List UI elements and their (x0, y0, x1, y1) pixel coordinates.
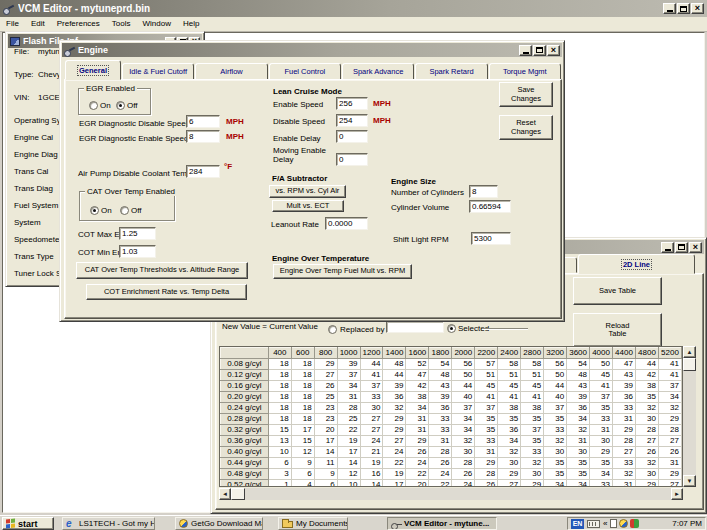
grid-cell[interactable]: 33 (475, 436, 498, 447)
grid-cell[interactable]: 35 (567, 458, 590, 469)
grid-cell[interactable]: 47 (613, 359, 636, 370)
grid-cell[interactable]: 16 (360, 469, 383, 480)
grid-cell[interactable]: 27 (314, 370, 337, 381)
grid-cell[interactable]: 29 (658, 469, 681, 480)
grid-cell[interactable]: 41 (498, 392, 521, 403)
grid-cell[interactable]: 25 (314, 392, 337, 403)
grid-row-header[interactable]: 0.52 g/cyl (221, 480, 269, 488)
cylinders-field[interactable]: 8 (469, 185, 498, 198)
reset-changes-button[interactable]: Reset Changes (499, 115, 553, 140)
grid-cell[interactable]: 29 (613, 425, 636, 436)
grid-cell[interactable]: 38 (521, 403, 544, 414)
grid-cell[interactable]: 9 (291, 458, 314, 469)
grid-cell[interactable]: 23 (314, 414, 337, 425)
menu-window[interactable]: Window (137, 17, 177, 31)
taskbar-task-getgo-download-ma[interactable]: GetGo Download Ma... (175, 517, 263, 530)
grid-cell[interactable]: 27 (360, 414, 383, 425)
start-button[interactable]: start (2, 517, 54, 530)
grid-row-header[interactable]: 0.24 g/cyl (221, 403, 269, 414)
grid-row-header[interactable]: 0.08 g/cyl (221, 359, 269, 370)
grid-cell[interactable]: 26 (475, 480, 498, 488)
grid-cell[interactable]: 32 (452, 436, 475, 447)
grid-cell[interactable]: 44 (635, 359, 658, 370)
grid-cell[interactable]: 31 (590, 425, 613, 436)
taskbar-task-ls1tech-got-my-h[interactable]: LS1TECH - Got my H... (62, 517, 155, 530)
cat-thresholds-button[interactable]: CAT Over Temp Thresholds vs. Altitude Ra… (76, 262, 248, 279)
grid-cell[interactable]: 34 (406, 403, 429, 414)
grid-cell[interactable]: 28 (337, 403, 360, 414)
minimize-icon[interactable] (519, 45, 532, 56)
grid-cell[interactable]: 35 (567, 469, 590, 480)
grid-cell[interactable]: 48 (429, 370, 452, 381)
grid-cell[interactable]: 14 (314, 447, 337, 458)
grid-cell[interactable]: 24 (406, 458, 429, 469)
engine-tab-torque-mgmt[interactable]: Torque Mgmt (489, 63, 561, 80)
grid-cell[interactable]: 32 (567, 425, 590, 436)
main-titlebar[interactable]: VCM Editor - mytuneprd.bin (0, 0, 707, 17)
grid-cell[interactable]: 36 (498, 425, 521, 436)
grid-cell[interactable]: 26 (452, 469, 475, 480)
grid-cell[interactable]: 32 (383, 403, 406, 414)
grid-cell[interactable]: 29 (498, 469, 521, 480)
grid-cell[interactable]: 39 (337, 359, 360, 370)
grid-cell[interactable]: 27 (383, 436, 406, 447)
scroll-down-icon[interactable] (683, 475, 696, 487)
chevron-icon[interactable] (603, 519, 607, 529)
grid-cell[interactable]: 56 (452, 359, 475, 370)
cot-min-field[interactable]: 1.03 (119, 245, 156, 258)
cylinder-volume-field[interactable]: 0.66594 (469, 200, 511, 213)
grid-cell[interactable]: 22 (429, 480, 452, 488)
cot-enrichment-rate-button[interactable]: COT Enrichment Rate vs. Temp Delta (86, 284, 247, 300)
grid-cell[interactable]: 33 (429, 414, 452, 425)
save-changes-button[interactable]: Save Changes (499, 82, 553, 107)
grid-cell[interactable]: 26 (314, 381, 337, 392)
grid-cell[interactable]: 35 (475, 414, 498, 425)
grid-cell[interactable]: 34 (544, 480, 567, 488)
grid-cell[interactable]: 26 (429, 458, 452, 469)
grid-cell[interactable]: 35 (521, 414, 544, 425)
disable-speed-field[interactable]: 254 (336, 114, 368, 127)
grid-col-header[interactable]: 1600 (406, 348, 429, 359)
grid-cell[interactable]: 35 (544, 414, 567, 425)
grid-cell[interactable]: 37 (337, 370, 360, 381)
grid-cell[interactable]: 36 (567, 403, 590, 414)
grid-cell[interactable]: 18 (291, 392, 314, 403)
cat-on-radio[interactable] (90, 206, 99, 215)
egr-off-radio[interactable] (116, 101, 125, 110)
grid-cell[interactable]: 10 (268, 447, 291, 458)
grid-row-header[interactable]: 0.12 g/cyl (221, 370, 269, 381)
grid-cell[interactable]: 17 (337, 447, 360, 458)
shield-icon[interactable] (630, 519, 639, 528)
grid-cell[interactable]: 34 (658, 392, 681, 403)
grid-cell[interactable]: 25 (337, 414, 360, 425)
grid-cell[interactable]: 28 (475, 469, 498, 480)
grid-cell[interactable]: 31 (658, 458, 681, 469)
grid-cell[interactable]: 26 (658, 447, 681, 458)
flash-item-trans-type[interactable]: Trans Type (14, 252, 54, 261)
grid-cell[interactable]: 18 (291, 414, 314, 425)
grid-cell[interactable]: 34 (590, 469, 613, 480)
enable-speed-field[interactable]: 256 (336, 97, 368, 110)
grid-cell[interactable]: 56 (544, 359, 567, 370)
grid-cell[interactable]: 19 (360, 458, 383, 469)
grid-cell[interactable]: 36 (613, 392, 636, 403)
grid-cell[interactable]: 13 (268, 436, 291, 447)
grid-cell[interactable]: 37 (360, 381, 383, 392)
grid-cell[interactable]: 58 (521, 359, 544, 370)
grid-col-header[interactable]: 400 (268, 348, 291, 359)
menu-edit[interactable]: Edit (25, 17, 51, 31)
grid-cell[interactable]: 27 (613, 447, 636, 458)
grid-cell[interactable]: 18 (268, 392, 291, 403)
grid-cell[interactable]: 30 (635, 469, 658, 480)
grid-cell[interactable]: 22 (337, 425, 360, 436)
maximize-icon[interactable] (675, 242, 688, 253)
grid-cell[interactable]: 41 (360, 370, 383, 381)
keyboard-icon[interactable] (587, 520, 600, 528)
close-icon[interactable] (689, 242, 702, 253)
cot-max-field[interactable]: 1.25 (119, 227, 156, 240)
grid-cell[interactable]: 34 (452, 425, 475, 436)
grid-cell[interactable]: 34 (567, 480, 590, 488)
scroll-right-icon[interactable] (671, 488, 683, 500)
grid-cell[interactable]: 28 (613, 436, 636, 447)
grid-cell[interactable]: 39 (383, 381, 406, 392)
